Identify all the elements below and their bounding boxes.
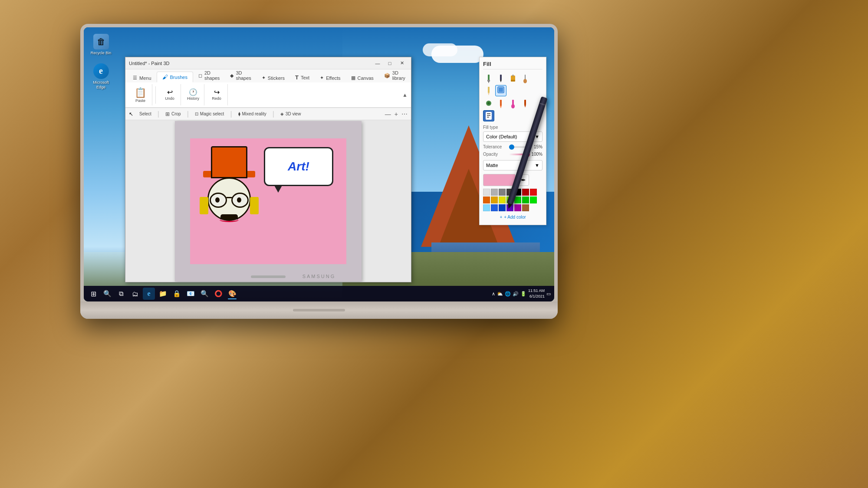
file-explorer-taskbar[interactable]: 🗂 xyxy=(129,288,141,300)
swatch-dark-blue[interactable] xyxy=(499,204,506,211)
swatch-red[interactable] xyxy=(530,189,537,196)
close-button[interactable]: ✕ xyxy=(396,59,408,67)
left-hair xyxy=(200,197,208,214)
tab-brushes[interactable]: 🖌 Brushes xyxy=(157,72,193,82)
touchpad[interactable] xyxy=(293,309,345,311)
swatch-medgray[interactable] xyxy=(491,189,498,196)
edge-icon-desktop[interactable]: e Microsoft Edge xyxy=(89,63,113,90)
window-controls: — □ ✕ xyxy=(372,59,408,67)
paint3d-taskbar[interactable]: 🎨 xyxy=(226,288,238,300)
swatch-light-blue[interactable] xyxy=(483,204,490,211)
battery-icon[interactable]: 🔋 xyxy=(520,291,526,297)
tab-2dshapes[interactable]: ◻ 2D shapes xyxy=(193,69,225,82)
brush-marker[interactable] xyxy=(483,73,494,84)
brush-fill-selected[interactable] xyxy=(495,85,506,96)
brush-pencil[interactable] xyxy=(483,85,494,96)
show-desktop[interactable]: ▭ xyxy=(546,291,551,297)
paste-button[interactable]: 📋 Paste xyxy=(131,86,150,104)
volume-icon[interactable]: 🔊 xyxy=(513,291,519,297)
tab-effects[interactable]: ✦ Effects xyxy=(315,73,345,82)
crop-button[interactable]: ⊞ Crop xyxy=(163,110,184,118)
minimize-button[interactable]: — xyxy=(372,59,383,67)
edge-img: e xyxy=(93,63,109,79)
recycle-bin-icon[interactable]: 🗑 Recycle Bin xyxy=(89,34,113,56)
speech-text: Art! xyxy=(288,160,309,174)
matte-dropdown[interactable]: Matte ▼ xyxy=(483,160,542,170)
add-color-button[interactable]: + + Add color xyxy=(483,213,542,221)
network-icon[interactable]: 🌐 xyxy=(505,291,511,297)
folder-taskbar[interactable]: 📁 xyxy=(157,288,169,300)
tab-text[interactable]: T Text xyxy=(290,72,315,82)
text-icon: T xyxy=(295,74,299,81)
paint-canvas[interactable]: Art! xyxy=(175,121,362,282)
search-taskbar[interactable]: 🔍 xyxy=(101,288,113,300)
svg-marker-11 xyxy=(488,93,490,95)
2dshapes-icon: ◻ xyxy=(198,73,202,79)
edge-label: Microsoft Edge xyxy=(93,80,109,90)
bing-taskbar[interactable]: 🔍 xyxy=(198,288,210,300)
stickers-label: Stickers xyxy=(268,75,285,81)
swatch-bright-green2[interactable] xyxy=(530,197,537,203)
effects-label: Effects xyxy=(326,75,340,81)
brush-pattern-selected[interactable] xyxy=(483,110,494,121)
canvas-icon: ▦ xyxy=(351,75,355,81)
task-view[interactable]: ⧉ xyxy=(115,288,127,300)
paste-group: 📋 Paste xyxy=(129,84,152,105)
brush-orange[interactable] xyxy=(495,98,506,109)
swatch-yellow-orange[interactable] xyxy=(491,197,498,203)
svg-rect-10 xyxy=(488,87,490,93)
mouth xyxy=(220,218,239,222)
start-button[interactable]: ⊞ xyxy=(87,288,99,300)
tab-menu[interactable]: ☰ Menu xyxy=(128,73,157,82)
laptop-body: 🗑 Recycle Bin e Microsoft Edge Untitled*… xyxy=(80,24,558,319)
swatch-gray[interactable] xyxy=(499,189,506,196)
fill-type-value: Color (Default) xyxy=(486,134,517,139)
brush-pen[interactable] xyxy=(495,73,506,84)
opacity-row: Opacity 100% xyxy=(483,152,542,157)
toolbar-minus[interactable]: — xyxy=(385,111,391,118)
right-hair xyxy=(250,197,259,214)
tab-3dlibrary[interactable]: 📦 3D library xyxy=(379,69,411,82)
redo-icon: ↪ xyxy=(214,89,220,96)
brush-brush[interactable] xyxy=(519,73,531,84)
history-button[interactable]: 🕐 History xyxy=(184,88,202,102)
taskbar-time: 11:51 AM 6/1/2021 xyxy=(528,288,545,299)
select-button[interactable]: Select xyxy=(137,111,154,117)
effects-icon: ✦ xyxy=(320,75,324,81)
mixed-reality-button[interactable]: ⧫ Mixed reality xyxy=(236,111,269,117)
brush-spray[interactable] xyxy=(483,98,494,109)
menu-icon: ☰ xyxy=(133,75,137,81)
opacity-value: 100% xyxy=(529,152,542,157)
tab-3dshapes[interactable]: ◆ 3D shapes xyxy=(225,69,256,82)
swatch-lightgray[interactable] xyxy=(483,189,490,196)
edge-taskbar[interactable]: e xyxy=(143,288,155,300)
scroll-handle[interactable] xyxy=(251,275,286,278)
weather-icon[interactable]: ⛅ xyxy=(497,291,503,297)
store-taskbar[interactable]: 🔒 xyxy=(171,288,183,300)
magic-select-button[interactable]: ⊡ Magic select xyxy=(192,111,227,117)
up-arrow-icon[interactable]: ∧ xyxy=(492,291,495,297)
menu-label: Menu xyxy=(139,75,151,81)
redo-button[interactable]: ↪ Redo xyxy=(208,88,225,102)
mail-taskbar-icon: 📧 xyxy=(187,290,195,298)
undo-button[interactable]: ↩ Undo xyxy=(161,88,178,102)
color-preview[interactable] xyxy=(483,174,516,186)
swatch-magenta[interactable] xyxy=(514,204,521,211)
3d-view-button[interactable]: ◈ 3D view xyxy=(278,111,304,117)
mail-taskbar[interactable]: 📧 xyxy=(184,288,197,300)
tab-stickers[interactable]: ✦ Stickers xyxy=(256,73,290,82)
brush-cup[interactable] xyxy=(507,73,519,84)
cortana-taskbar[interactable]: ⭕ xyxy=(212,288,224,300)
toolbar-more[interactable]: ⋯ xyxy=(401,111,408,118)
canvas-inner[interactable]: Art! xyxy=(190,138,346,264)
samsung-logo: SAMSUNG xyxy=(302,274,336,279)
swatch-blue[interactable] xyxy=(491,204,498,211)
toolbar-plus[interactable]: + xyxy=(395,111,398,118)
maximize-button[interactable]: □ xyxy=(384,59,395,67)
paste-label: Paste xyxy=(135,98,145,103)
tab-canvas[interactable]: ▦ Canvas xyxy=(346,73,379,82)
swatch-orange[interactable] xyxy=(483,197,490,203)
brush-pink[interactable] xyxy=(507,98,519,109)
ribbon-collapse-button[interactable]: ▲ xyxy=(402,92,408,98)
swatch-yellow[interactable] xyxy=(499,197,506,203)
